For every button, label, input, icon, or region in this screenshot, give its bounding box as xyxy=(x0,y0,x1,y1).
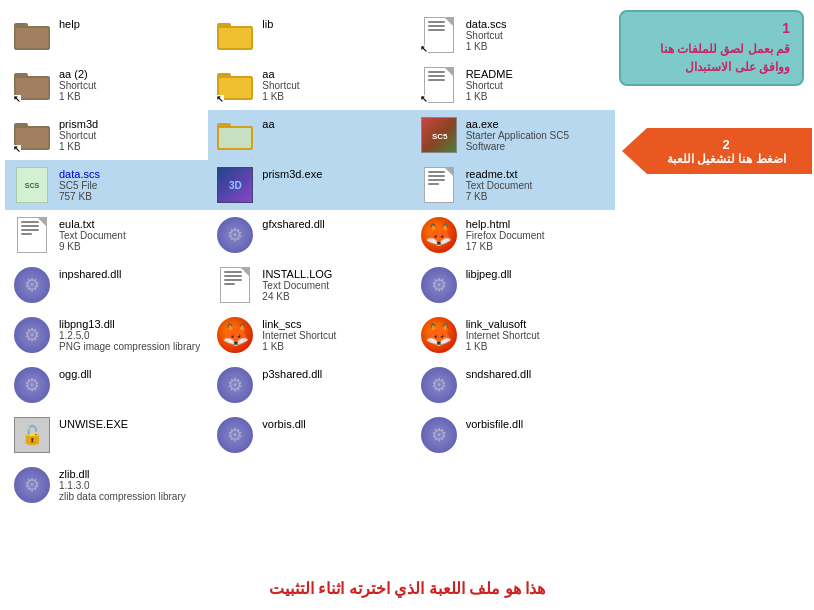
file-name: eula.txt xyxy=(59,218,126,230)
file-details: INSTALL.LOG Text Document 24 KB xyxy=(262,266,332,302)
list-item[interactable]: ⚙ p3shared.dll xyxy=(208,360,411,410)
file-details: sndshared.dll xyxy=(466,366,531,380)
file-size: PNG image compression library xyxy=(59,341,200,352)
file-name: UNWISE.EXE xyxy=(59,418,128,430)
firefox-icon: 🦊 xyxy=(420,216,458,254)
file-details: link_scs Internet Shortcut 1 KB xyxy=(262,316,336,352)
file-name: data.scs xyxy=(466,18,507,30)
list-item[interactable]: eula.txt Text Document 9 KB xyxy=(5,210,208,260)
list-item[interactable]: 3D prism3d.exe xyxy=(208,160,411,210)
callout-2-text: اضغط هنا لتشغيل اللعبة xyxy=(667,152,786,166)
file-details: data.scs Shortcut 1 KB xyxy=(466,16,507,52)
list-item[interactable]: 🦊 link_valusoft Internet Shortcut 1 KB xyxy=(412,310,615,360)
folder-dark-icon xyxy=(13,16,51,54)
file-size: 17 KB xyxy=(466,241,545,252)
file-type: Starter Application SC5 Software xyxy=(466,130,607,152)
list-item[interactable]: ⚙ inpshared.dll xyxy=(5,260,208,310)
list-item[interactable]: ↖ aa (2) Shortcut 1 KB xyxy=(5,60,208,110)
list-item[interactable]: 🦊 link_scs Internet Shortcut 1 KB xyxy=(208,310,411,360)
file-details: lib xyxy=(262,16,273,30)
list-item[interactable]: ⚙ zlib.dll 1.1.3.0 zlib data compression… xyxy=(5,460,208,510)
list-item[interactable]: ⚙ ogg.dll xyxy=(5,360,208,410)
file-type: Shortcut xyxy=(262,80,299,91)
file-type: Shortcut xyxy=(466,30,507,41)
file-type: Shortcut xyxy=(466,80,513,91)
list-item[interactable]: ⚙ vorbis.dll xyxy=(208,410,411,460)
file-name: prism3d xyxy=(59,118,98,130)
file-name: lib xyxy=(262,18,273,30)
list-item[interactable]: INSTALL.LOG Text Document 24 KB xyxy=(208,260,411,310)
file-type: 1.2.5.0 xyxy=(59,330,200,341)
list-item[interactable]: ⚙ libpng13.dll 1.2.5.0 PNG image compres… xyxy=(5,310,208,360)
file-size: 1 KB xyxy=(262,341,336,352)
file-type: Shortcut xyxy=(59,80,96,91)
list-item[interactable]: ⚙ sndshared.dll xyxy=(412,360,615,410)
folder-yellow-icon xyxy=(216,16,254,54)
dll-icon: ⚙ xyxy=(13,266,51,304)
file-name: prism3d.exe xyxy=(262,168,322,180)
file-type: SC5 File xyxy=(59,180,100,191)
column-2: ↖ data.scs Shortcut 1 KB ↖ README Shortc… xyxy=(412,10,615,510)
file-name: vorbis.dll xyxy=(262,418,305,430)
file-type: Firefox Document xyxy=(466,230,545,241)
list-item[interactable]: readme.txt Text Document 7 KB xyxy=(412,160,615,210)
file-details: prism3d.exe xyxy=(262,166,322,180)
file-name: INSTALL.LOG xyxy=(262,268,332,280)
list-item[interactable]: 🔓 UNWISE.EXE xyxy=(5,410,208,460)
file-size: 1 KB xyxy=(466,341,540,352)
callout-2: 2 اضغط هنا لتشغيل اللعبة xyxy=(622,128,812,174)
list-item[interactable]: ↖ aa Shortcut 1 KB xyxy=(208,60,411,110)
list-item[interactable]: help xyxy=(5,10,208,60)
file-name: README xyxy=(466,68,513,80)
callout-1-number: 1 xyxy=(633,20,790,36)
file-details: vorbis.dll xyxy=(262,416,305,430)
file-size: 9 KB xyxy=(59,241,126,252)
list-item[interactable]: ↖ prism3d Shortcut 1 KB xyxy=(5,110,208,160)
file-details: p3shared.dll xyxy=(262,366,322,380)
file-size: 7 KB xyxy=(466,191,533,202)
file-details: link_valusoft Internet Shortcut 1 KB xyxy=(466,316,540,352)
file-details: zlib.dll 1.1.3.0 zlib data compression l… xyxy=(59,466,186,502)
file-details: libpng13.dll 1.2.5.0 PNG image compressi… xyxy=(59,316,200,352)
file-size: 757 KB xyxy=(59,191,100,202)
file-size: 1 KB xyxy=(466,91,513,102)
list-item[interactable]: 🦊 help.html Firefox Document 17 KB xyxy=(412,210,615,260)
list-item[interactable]: ↖ data.scs Shortcut 1 KB xyxy=(412,10,615,60)
list-item[interactable]: SCS data.scs SC5 File 757 KB xyxy=(5,160,208,210)
file-details: libjpeg.dll xyxy=(466,266,512,280)
file-details: aa xyxy=(262,116,274,130)
dll-icon: ⚙ xyxy=(216,216,254,254)
file-grid: help ↖ aa (2) Shortcut 1 KB xyxy=(0,0,620,520)
list-item[interactable]: ⚙ libjpeg.dll xyxy=(412,260,615,310)
svg-rect-2 xyxy=(16,28,48,48)
shortcut-file-icon: ↖ xyxy=(420,16,458,54)
file-details: aa (2) Shortcut 1 KB xyxy=(59,66,96,102)
list-item[interactable]: ⚙ vorbisfile.dll xyxy=(412,410,615,460)
shortcut-file-icon: ↖ xyxy=(420,66,458,104)
file-name: libpng13.dll xyxy=(59,318,200,330)
file-size: 24 KB xyxy=(262,291,332,302)
dll-icon: ⚙ xyxy=(13,466,51,504)
file-size: 1 KB xyxy=(59,91,96,102)
file-name: data.scs xyxy=(59,168,100,180)
svg-rect-11 xyxy=(219,28,251,48)
file-name: gfxshared.dll xyxy=(262,218,324,230)
file-details: aa.exe Starter Application SC5 Software xyxy=(466,116,607,152)
column-0: help ↖ aa (2) Shortcut 1 KB xyxy=(5,10,208,510)
file-details: eula.txt Text Document 9 KB xyxy=(59,216,126,252)
txt-file-icon xyxy=(13,216,51,254)
file-size: 1 KB xyxy=(466,41,507,52)
file-name: aa xyxy=(262,118,274,130)
list-item[interactable]: ↖ README Shortcut 1 KB xyxy=(412,60,615,110)
file-type: Shortcut xyxy=(59,130,98,141)
list-item[interactable]: aa xyxy=(208,110,411,160)
firefox-icon: 🦊 xyxy=(216,316,254,354)
dll-icon: ⚙ xyxy=(13,366,51,404)
list-item[interactable]: lib xyxy=(208,10,411,60)
file-name: help.html xyxy=(466,218,545,230)
list-item[interactable]: ⚙ gfxshared.dll xyxy=(208,210,411,260)
file-details: aa Shortcut 1 KB xyxy=(262,66,299,102)
list-item[interactable]: SC5 aa.exe Starter Application SC5 Softw… xyxy=(412,110,615,160)
txt-file-icon xyxy=(420,166,458,204)
column-1: lib ↖ aa Shortcut 1 KB xyxy=(208,10,411,510)
